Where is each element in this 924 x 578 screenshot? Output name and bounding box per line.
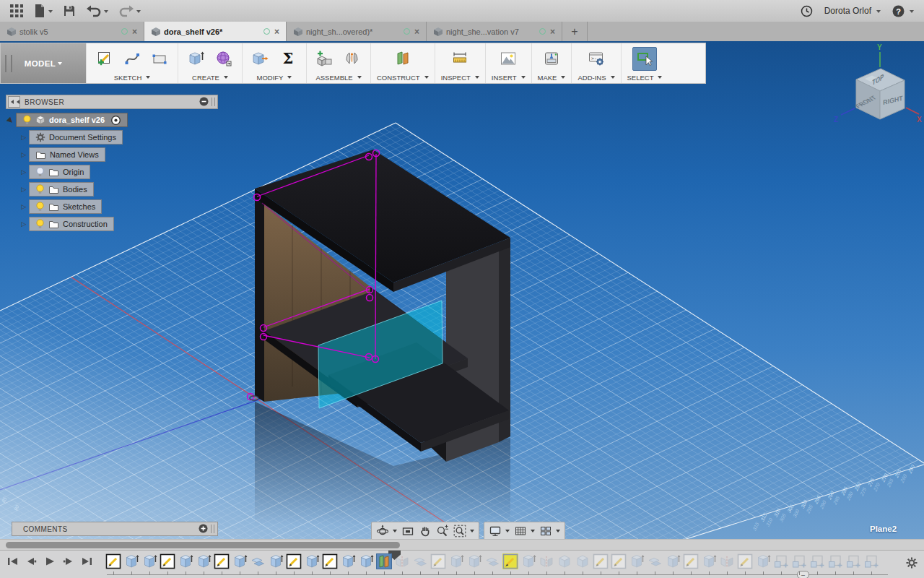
timeline-feature-component-icon[interactable] [791, 553, 807, 569]
timeline-feature-box-icon[interactable] [557, 553, 572, 569]
tab-close-icon[interactable]: × [550, 27, 555, 36]
orbit-tool-icon[interactable] [374, 525, 399, 538]
timeline-feature-component-icon[interactable] [773, 553, 789, 569]
new-tab-button[interactable]: + [562, 22, 588, 41]
tool-parameters-sigma-icon[interactable]: Σ [276, 47, 300, 71]
toolbar-menu-select[interactable]: SELECT [627, 72, 663, 83]
tool-extrude-icon[interactable] [184, 47, 209, 71]
timeline-step-forward-button[interactable] [63, 556, 74, 566]
browser-collapse-button[interactable] [8, 96, 20, 108]
timeline-feature-extrude-icon[interactable] [232, 553, 248, 569]
tool-form-icon[interactable] [212, 47, 236, 71]
app-grid-icon[interactable] [10, 3, 23, 19]
tool-new-component-icon[interactable] [313, 47, 337, 71]
toolbar-menu-insert[interactable]: INSERT [492, 72, 526, 83]
tool-spline-icon[interactable] [120, 47, 144, 71]
timeline-feature-component-icon[interactable] [863, 553, 879, 569]
timeline-feature-extrude-icon[interactable] [268, 553, 284, 569]
activate-target-icon[interactable] [110, 115, 121, 126]
timeline-settings-gear-icon[interactable] [905, 556, 918, 572]
toolbar-menu-sketch[interactable]: SKETCH [114, 72, 151, 83]
tool-insert-image-icon[interactable] [496, 47, 520, 71]
timeline-feature-extrude-icon[interactable] [196, 553, 212, 569]
timeline-go-to-end-button[interactable] [82, 556, 92, 566]
timeline-feature-extrude-icon[interactable] [123, 553, 139, 569]
timeline-feature-sketch-icon[interactable] [502, 553, 518, 569]
timeline-feature-sketch-icon[interactable] [683, 553, 699, 569]
expand-caret-icon[interactable]: ▷ [19, 168, 29, 176]
workspace-menu[interactable]: MODEL [1, 43, 86, 83]
timeline-feature-extrude-icon[interactable] [304, 553, 320, 569]
browser-item-document-settings[interactable]: Document Settings [29, 130, 123, 144]
comments-add-icon[interactable] [199, 524, 208, 535]
visibility-bulb-icon[interactable] [35, 167, 45, 178]
job-status-clock-icon[interactable] [801, 3, 813, 19]
browser-item-named-views[interactable]: Named Views [29, 147, 105, 162]
timeline-scrollbar-handle[interactable] [6, 542, 400, 548]
timeline-feature-combine-icon[interactable] [647, 553, 663, 569]
toolbar-menu-construct[interactable]: CONSTRUCT [377, 72, 429, 83]
browser-item-origin[interactable]: Origin [29, 165, 90, 179]
expand-caret-icon[interactable]: ▷ [19, 151, 29, 158]
browser-item-bodies[interactable]: Bodies [29, 182, 94, 197]
toolbar-menu-create[interactable]: CREATE [192, 72, 228, 83]
browser-minimize-icon[interactable] [199, 97, 209, 108]
timeline-feature-component-icon[interactable] [845, 553, 861, 569]
tab-close-icon[interactable]: × [414, 27, 419, 36]
expand-caret-icon[interactable]: ▷ [19, 220, 29, 228]
toolbar-menu-add-ins[interactable]: ADD-INS [578, 72, 614, 83]
undo-caret-icon[interactable] [104, 10, 108, 15]
tool-construct-plane-icon[interactable] [391, 47, 415, 71]
visibility-bulb-icon[interactable] [35, 219, 45, 230]
display-settings-tool-icon[interactable] [487, 525, 512, 538]
timeline-play-button[interactable] [45, 556, 55, 566]
viewports-tool-icon[interactable] [537, 525, 562, 538]
timeline-go-to-start-button[interactable] [7, 556, 18, 566]
view-cube[interactable]: TOP FRONT RIGHT Y X Z [832, 41, 924, 129]
toolbar-menu-assemble[interactable]: ASSEMBLE [315, 72, 361, 83]
file-menu-icon[interactable] [33, 3, 46, 19]
tool-rectangle-icon[interactable] [147, 47, 172, 71]
timeline-feature-extrude-icon[interactable] [178, 553, 193, 569]
look-at-tool-icon[interactable] [399, 525, 417, 538]
timeline-feature-mirror-icon[interactable] [539, 553, 554, 569]
toolbar-menu-inspect[interactable]: INSPECT [441, 72, 479, 83]
visibility-bulb-icon[interactable] [35, 184, 45, 195]
comments-grip[interactable] [211, 525, 214, 533]
tool-create-sketch-icon[interactable] [92, 47, 117, 71]
document-tab[interactable]: stolik v5 × [0, 22, 144, 41]
timeline-feature-extrude-icon[interactable] [340, 553, 356, 569]
browser-item-dora-shelf-v26[interactable]: dora_shelf v26 [16, 113, 128, 127]
timeline-feature-combine-icon[interactable] [250, 553, 266, 569]
document-tab[interactable]: night_she...vation v7 × [427, 22, 562, 41]
timeline-scrollbar-track[interactable] [0, 539, 924, 550]
tool-measure-icon[interactable] [448, 47, 472, 71]
tab-close-icon[interactable]: × [274, 27, 279, 36]
timeline-feature-extrude-icon[interactable] [358, 553, 374, 569]
visibility-bulb-icon[interactable] [22, 115, 32, 126]
timeline-feature-plane-icon[interactable] [376, 553, 392, 569]
visibility-bulb-icon[interactable] [35, 202, 45, 212]
timeline-feature-sketch-icon[interactable] [105, 553, 121, 569]
timeline-feature-component-icon[interactable] [827, 553, 843, 569]
expand-caret-icon[interactable]: ▷ [19, 134, 29, 141]
tool-scripts-add-ins-icon[interactable]: >- [584, 47, 609, 71]
timeline-feature-mirror-icon[interactable] [394, 553, 410, 569]
viewport-3d[interactable]: 2602602652652702702752752802802852852902… [0, 41, 924, 539]
save-icon[interactable] [63, 3, 76, 19]
undo-icon[interactable] [86, 3, 102, 19]
toolbar-menu-modify[interactable]: MODIFY [257, 72, 292, 83]
redo-caret-icon[interactable] [136, 10, 141, 15]
user-menu[interactable]: Dorota Orlof [824, 6, 881, 16]
timeline-step-back-button[interactable] [26, 556, 37, 566]
redo-icon[interactable] [118, 3, 134, 19]
timeline-feature-sketch-icon[interactable] [322, 553, 338, 569]
timeline-feature-combine-icon[interactable] [484, 553, 500, 569]
timeline-feature-sketch-icon[interactable] [430, 553, 446, 569]
comments-bar[interactable]: COMMENTS [12, 522, 218, 536]
timeline-feature-sketch-icon[interactable] [737, 553, 753, 569]
document-tab[interactable]: dora_shelf v26* × [144, 22, 287, 41]
fit-tool-icon[interactable] [451, 525, 476, 538]
zoom-tool-icon[interactable] [434, 525, 451, 538]
timeline-feature-extrude-icon[interactable] [448, 553, 464, 569]
